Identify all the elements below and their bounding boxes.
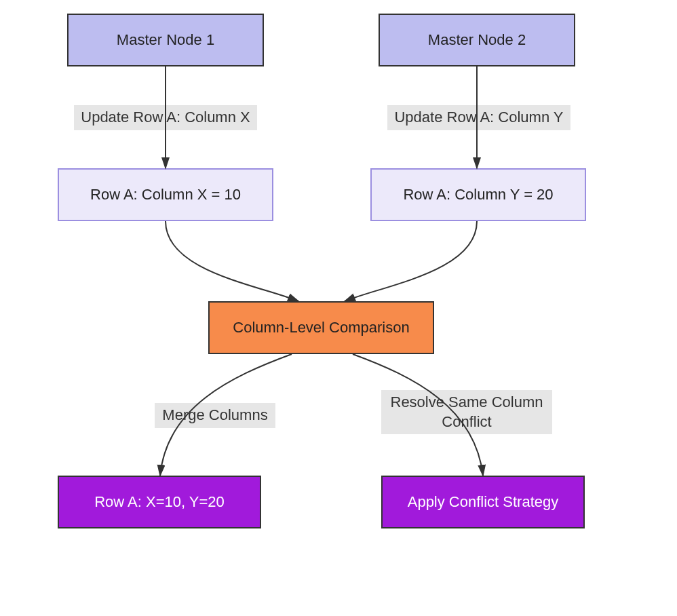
master-node-2: Master Node 2 [379, 14, 575, 66]
row-a-column-y: Row A: Column Y = 20 [370, 168, 586, 221]
column-level-comparison: Column-Level Comparison [208, 301, 434, 354]
edge-label-update-x: Update Row A: Column X [74, 105, 257, 130]
master-node-1: Master Node 1 [67, 14, 264, 66]
edge-label-merge-columns: Merge Columns [155, 403, 275, 428]
row-a-column-x: Row A: Column X = 10 [58, 168, 273, 221]
apply-conflict-strategy: Apply Conflict Strategy [381, 476, 585, 528]
edge-label-update-y: Update Row A: Column Y [387, 105, 570, 130]
merged-row: Row A: X=10, Y=20 [58, 476, 261, 528]
edge-label-resolve-conflict: Resolve Same Column Conflict [381, 390, 552, 434]
